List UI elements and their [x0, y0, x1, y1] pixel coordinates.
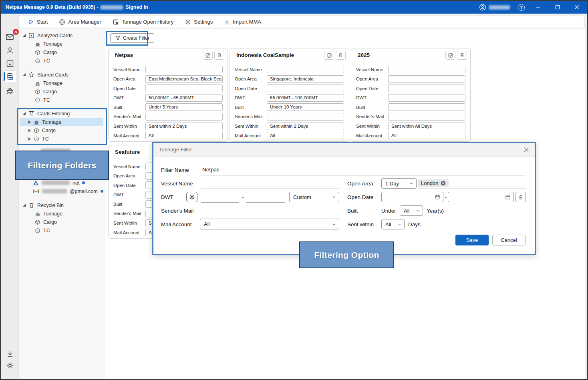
open-area-period-select[interactable]: 1 Day	[381, 178, 417, 189]
close-button[interactable]	[571, 2, 582, 12]
tree-starred-tc[interactable]: TC TC	[19, 96, 104, 104]
built-field[interactable]: Under 10 Years	[267, 103, 344, 111]
dwt-settings-button[interactable]	[186, 192, 197, 202]
mail-account-field[interactable]: All	[388, 132, 465, 139]
field-label: Open Area	[113, 76, 145, 81]
tonnage-open-history-button[interactable]: Tonnage Open History	[113, 19, 173, 25]
mail-account-field[interactable]: All	[145, 132, 223, 139]
expanded-triangle-icon[interactable]	[23, 34, 26, 37]
dwt-field[interactable]: 50,000MT - 65,000MT	[145, 94, 223, 102]
tree-analyzed-tonnage[interactable]: Tonnage	[19, 40, 104, 48]
rail-download-button[interactable]	[3, 348, 16, 360]
rail-settings-button[interactable]	[3, 360, 16, 371]
analyzed-cards-nav-button[interactable]: ♠	[3, 58, 16, 69]
built-field[interactable]	[388, 103, 465, 111]
expanded-triangle-icon[interactable]	[23, 73, 26, 76]
tree-starred-cards[interactable]: Starred Cards	[19, 70, 104, 79]
area-manager-button[interactable]: Area Manager	[59, 19, 101, 25]
dialog-close-button[interactable]	[524, 147, 529, 153]
start-button[interactable]: Start	[28, 19, 48, 25]
tree-recycle-cargo[interactable]: Cargo	[19, 218, 104, 226]
built-field[interactable]: Under 5 Years	[145, 103, 223, 111]
open-date-field[interactable]	[145, 84, 223, 92]
open-date-field[interactable]	[388, 84, 465, 92]
settings-button[interactable]: Settings	[185, 19, 213, 25]
tree-starred-tonnage[interactable]: Tonnage	[19, 79, 104, 87]
senders-mail-field[interactable]	[145, 113, 223, 121]
expanded-triangle-icon[interactable]	[23, 112, 26, 115]
tree-filtering-tc[interactable]: TC TC	[19, 135, 104, 143]
tree-account-1[interactable]: net	[19, 179, 104, 187]
vessel-name-field[interactable]	[388, 66, 465, 73]
open-date-field[interactable]	[267, 84, 344, 92]
title-bar: Netpas Message 0.9 Beta (Build 0935) - S…	[1, 1, 587, 14]
mail-account-select[interactable]: All	[200, 219, 339, 229]
tree-starred-cargo[interactable]: Cargo	[19, 87, 104, 96]
filter-name-input[interactable]: Netpas	[201, 164, 526, 175]
expanded-triangle-icon[interactable]	[23, 204, 26, 207]
senders-mail-input[interactable]	[201, 205, 339, 216]
tree-analyzed-tc[interactable]: TC TC	[19, 56, 104, 65]
tree-recycle-tonnage[interactable]: Tonnage	[19, 209, 104, 218]
ship-icon	[6, 86, 14, 94]
sent-within-field[interactable]: Sent within All Days	[388, 123, 465, 130]
sent-within-field[interactable]: Sent within 2 Days	[145, 123, 223, 130]
cancel-button[interactable]: Cancel	[492, 235, 526, 245]
svg-text:♠: ♠	[31, 34, 32, 37]
open-area-chip[interactable]: London	[418, 179, 449, 187]
senders-mail-field[interactable]	[267, 113, 344, 121]
open-area-field[interactable]	[388, 75, 465, 83]
dwt-field[interactable]: 65,000MT - 100,000MT	[267, 94, 344, 102]
open-date-to-input[interactable]	[448, 192, 514, 202]
tree-filtering-tonnage[interactable]: Tonnage	[20, 118, 103, 126]
import-mma-button[interactable]: Import MMA	[224, 19, 261, 25]
maximize-button[interactable]	[552, 2, 563, 12]
clear-open-date-button[interactable]	[516, 192, 526, 202]
collapsed-triangle-icon[interactable]	[28, 129, 31, 132]
edit-card-button[interactable]	[203, 51, 213, 60]
senders-mail-field[interactable]	[388, 113, 465, 121]
vessel-name-field[interactable]	[145, 66, 223, 73]
dwt-to-input[interactable]	[246, 191, 285, 203]
tree-recycle-bin[interactable]: Recycle Bin	[19, 201, 104, 209]
contacts-nav-button[interactable]	[3, 44, 16, 56]
vessel-name-field[interactable]	[267, 66, 344, 73]
tree-recycle-tc[interactable]: TC TC	[19, 226, 104, 235]
edit-card-button[interactable]	[324, 51, 334, 60]
dwt-from-input[interactable]	[201, 191, 239, 203]
dwt-preset-select[interactable]: Custom	[289, 192, 339, 202]
collapsed-triangle-icon[interactable]	[28, 121, 31, 124]
senders-mail-label: Sender's Mail	[161, 205, 193, 216]
tree-account-2[interactable]: @gmail.com	[19, 187, 104, 195]
gear-icon	[6, 362, 14, 369]
sent-within-select[interactable]: All	[381, 219, 405, 229]
help-button[interactable]: ?	[518, 4, 525, 11]
open-date-from-input[interactable]	[381, 192, 443, 202]
cards-database-nav-button[interactable]	[3, 71, 16, 82]
open-area-field[interactable]: Singapore, Indonesia	[267, 75, 344, 83]
mail-nav-button[interactable]: N	[3, 31, 16, 43]
save-button[interactable]: Save	[455, 235, 489, 245]
open-area-field[interactable]: East Mediterranean Sea, Black Sea	[145, 75, 223, 83]
edit-card-button[interactable]	[445, 51, 455, 60]
remove-chip-icon[interactable]	[441, 181, 446, 186]
built-select[interactable]: All	[400, 205, 423, 216]
field-label: Built	[113, 202, 145, 207]
open-area-input[interactable]: London	[418, 178, 526, 189]
vessels-nav-button[interactable]	[3, 84, 16, 96]
tree-filtering-cargo[interactable]: Cargo	[19, 126, 104, 135]
sent-within-field[interactable]: Sent within 2 Days	[267, 123, 344, 130]
field-label: Mail Account	[235, 133, 267, 138]
mail-account-field[interactable]: All	[267, 132, 344, 139]
collapsed-triangle-icon[interactable]	[28, 137, 31, 141]
delete-card-button[interactable]	[336, 51, 346, 60]
delete-card-button[interactable]	[457, 51, 467, 60]
dwt-field[interactable]	[388, 94, 465, 102]
tree-cards-filtering[interactable]: Cards Filtering	[19, 109, 104, 118]
minimize-button[interactable]	[533, 2, 544, 12]
vessel-name-input[interactable]	[201, 178, 339, 189]
create-filter-button[interactable]: Create Filter	[110, 33, 154, 43]
tree-analyzed-cargo[interactable]: Cargo	[19, 48, 104, 56]
delete-card-button[interactable]	[214, 51, 224, 60]
tree-analyzed-cards[interactable]: ♠ Analyzed Cards	[19, 31, 104, 40]
